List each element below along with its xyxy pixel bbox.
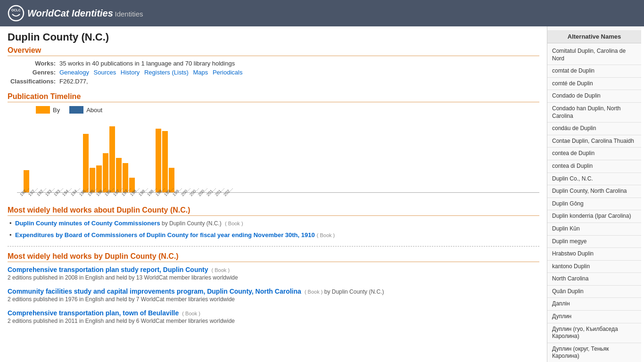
- timeline-header: Publication Timeline: [8, 92, 539, 102]
- about-work-type-1: ( Book ): [317, 232, 335, 238]
- most-widely-about-section: Most widely held works about Duplin Coun…: [8, 206, 539, 239]
- chart-area: [17, 117, 539, 193]
- genres-row: Genres: Genealogy Sources History Regist…: [8, 69, 539, 76]
- sidebar-item-3[interactable]: Condado de Duplin: [547, 90, 641, 103]
- most-widely-about-header: Most widely held works about Duplin Coun…: [8, 206, 539, 216]
- bar-by-14: [109, 126, 115, 192]
- classifications-label: Classifications:: [8, 78, 59, 85]
- by-work-link-1[interactable]: Community facilities study and capital i…: [8, 288, 301, 295]
- classifications-value: F262.D77,: [59, 78, 88, 85]
- legend-about: About: [69, 106, 102, 114]
- by-work-item-2: Comprehensive transportation plan, town …: [8, 309, 539, 324]
- genre-link-history[interactable]: History: [121, 69, 140, 76]
- sidebar-item-18[interactable]: Quân Duplin: [547, 286, 641, 298]
- bar-group-22: [162, 131, 168, 192]
- by-work-by-1: by Duplin County (N.C.): [322, 288, 384, 295]
- chart-wrapper: 192…192…192…193…193…194…194…195…195…196……: [17, 117, 539, 198]
- by-work-type-1: ( Book ): [303, 289, 323, 295]
- sidebar-item-17[interactable]: North Carolina: [547, 273, 641, 286]
- bar-by-22: [162, 131, 168, 192]
- worldcat-label: WorldCat Identities: [27, 8, 113, 18]
- legend-about-box: [69, 106, 83, 114]
- sidebar-item-21[interactable]: Дуплин (гуо, Къилбаседа Каролина): [547, 323, 641, 343]
- svg-point-0: [8, 6, 24, 21]
- genres-label: Genres:: [8, 69, 59, 76]
- about-work-type-0: ( Book ): [225, 221, 243, 226]
- by-work-item-0: Comprehensive transportation plan study …: [8, 266, 539, 281]
- sidebar-item-6[interactable]: Contae Duplin, Carolina Thuaidh: [547, 135, 641, 148]
- oclc-logo-icon: OCLC: [8, 5, 25, 22]
- genre-link-sources[interactable]: Sources: [94, 69, 116, 76]
- sidebar-item-14[interactable]: Duplin megye: [547, 236, 641, 248]
- by-work-type-2: ( Book ): [181, 311, 200, 316]
- about-works-list: Duplin County minutes of County Commissi…: [8, 220, 539, 239]
- about-work-item-1: Expenditures by Board of Commissioners o…: [8, 231, 539, 239]
- by-work-desc-1: 2 editions published in 1976 in English …: [8, 296, 539, 303]
- by-work-link-2[interactable]: Comprehensive transportation plan, town …: [8, 309, 179, 317]
- legend-by-label: By: [53, 107, 60, 114]
- genre-link-periodicals[interactable]: Periodicals: [213, 69, 243, 76]
- sidebar-item-5[interactable]: condáu de Duplin: [547, 123, 641, 135]
- most-widely-by-header: Most widely held works by Duplin County …: [8, 252, 539, 262]
- about-work-link-0[interactable]: Duplin County minutes of County Commissi…: [15, 220, 160, 227]
- logo-area: OCLC WorldCat Identities Identities: [8, 5, 143, 22]
- sidebar-item-13[interactable]: Duplin Kūn: [547, 223, 641, 236]
- about-work-link-1[interactable]: Expenditures by Board of Commissioners o…: [15, 231, 315, 239]
- by-works-list: Comprehensive transportation plan study …: [8, 266, 539, 324]
- legend-about-label: About: [86, 107, 102, 114]
- by-work-type-0: ( Book ): [210, 267, 230, 273]
- sidebar-item-9[interactable]: Duplin Co., N.C.: [547, 173, 641, 186]
- sidebar-item-10[interactable]: Duplin County, North Carolina: [547, 185, 641, 198]
- about-work-item-0: Duplin County minutes of County Commissi…: [8, 220, 539, 227]
- bar-group-14: [109, 126, 115, 192]
- by-work-desc-0: 2 editions published in 2008 in English …: [8, 274, 539, 281]
- legend-by: By: [36, 106, 60, 114]
- chart-labels: 192…192…192…193…193…194…194…195…195…196……: [17, 194, 539, 198]
- legend-by-box: [36, 106, 50, 114]
- timeline-legend: By About: [36, 106, 539, 114]
- header: OCLC WorldCat Identities Identities: [0, 0, 644, 26]
- overview-header: Overview: [8, 46, 539, 56]
- layout: Duplin County (N.C.) Overview Works: 35 …: [0, 26, 644, 362]
- bar-group-21: [156, 129, 161, 192]
- bar-by-21: [156, 129, 161, 192]
- page-title: Duplin County (N.C.): [8, 31, 539, 43]
- sidebar-item-15[interactable]: Hrabstwo Duplin: [547, 248, 641, 261]
- sidebar-item-20[interactable]: Дуплин: [547, 311, 641, 323]
- sidebar-item-11[interactable]: Duplin Gông: [547, 198, 641, 211]
- overview-table: Works: 35 works in 40 publications in 1 …: [8, 60, 539, 85]
- most-widely-by-section: Most widely held works by Duplin County …: [8, 252, 539, 324]
- svg-text:OCLC: OCLC: [11, 8, 21, 12]
- sidebar-items-container: Comitatul Duplin, Carolina de Nordcomtat…: [547, 45, 641, 362]
- by-work-desc-2: 2 editions published in 2011 in English …: [8, 318, 539, 324]
- sidebar-item-12[interactable]: Duplin konderria (Ipar Carolina): [547, 210, 641, 223]
- bar-group-10: [83, 134, 89, 192]
- sidebar-title: Alternative Names: [547, 30, 641, 43]
- bar-by-10: [83, 134, 89, 192]
- works-label: Works:: [8, 60, 59, 67]
- sidebar-item-8[interactable]: contea di Duplin: [547, 160, 641, 173]
- identities-label: Identities: [115, 10, 143, 18]
- by-work-link-0[interactable]: Comprehensive transportation plan study …: [8, 266, 208, 273]
- sidebar-item-0[interactable]: Comitatul Duplin, Carolina de Nord: [547, 45, 641, 65]
- overview-section: Overview Works: 35 works in 40 publicati…: [8, 46, 539, 85]
- by-work-item-1: Community facilities study and capital i…: [8, 288, 539, 303]
- genre-link-maps[interactable]: Maps: [193, 69, 208, 76]
- genre-link-registers[interactable]: Registers (Lists): [144, 69, 189, 76]
- genres-list: Genealogy Sources History Registers (Lis…: [59, 69, 245, 76]
- works-value: 35 works in 40 publications in 1 languag…: [59, 60, 235, 67]
- sidebar-item-1[interactable]: comtat de Duplin: [547, 65, 641, 78]
- genre-link-genealogy[interactable]: Genealogy: [59, 69, 89, 76]
- main-content: Duplin County (N.C.) Overview Works: 35 …: [0, 26, 547, 362]
- timeline-section: Publication Timeline By About 192…192…19…: [8, 92, 539, 198]
- sidebar-item-19[interactable]: Даплін: [547, 298, 641, 311]
- about-work-meta-0: by Duplin County (N.C.): [160, 220, 223, 227]
- works-row: Works: 35 works in 40 publications in 1 …: [8, 60, 539, 67]
- sidebar: Alternative Names Comitatul Duplin, Caro…: [547, 26, 641, 362]
- sidebar-item-4[interactable]: Condado han Duplin, North Carolina: [547, 103, 641, 123]
- sidebar-item-2[interactable]: comté de Duplin: [547, 78, 641, 90]
- sidebar-item-22[interactable]: Дуплин (округ, Теньяк Каролина): [547, 343, 641, 362]
- classifications-row: Classifications: F262.D77,: [8, 78, 539, 85]
- sidebar-item-16[interactable]: kantono Duplin: [547, 261, 641, 273]
- sidebar-item-7[interactable]: contea de Duplin: [547, 148, 641, 160]
